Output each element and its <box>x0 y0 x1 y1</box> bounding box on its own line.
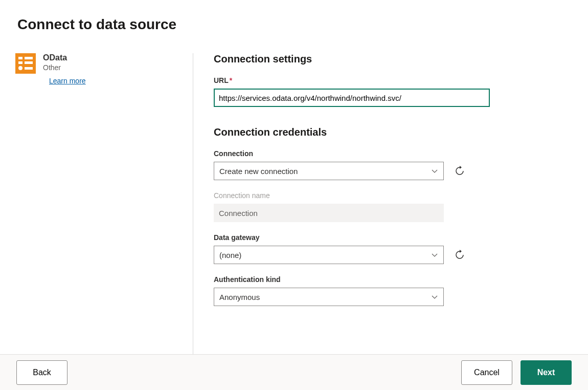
chevron-down-icon <box>431 167 438 175</box>
refresh-gateway-button[interactable] <box>454 249 465 261</box>
connector-info: OData Other Learn more <box>43 53 86 85</box>
auth-select-value: Anonymous <box>219 293 260 301</box>
odata-icon <box>15 53 36 74</box>
connector-category: Other <box>43 63 86 72</box>
connector-name: OData <box>43 53 86 62</box>
auth-select[interactable]: Anonymous <box>214 288 444 306</box>
url-label-text: URL <box>214 76 229 84</box>
connection-name-input: Connection <box>214 204 444 222</box>
learn-more-link[interactable]: Learn more <box>49 77 86 85</box>
refresh-icon <box>455 166 465 176</box>
gateway-label: Data gateway <box>214 233 568 242</box>
form-panel: Connection settings URL* Connection cred… <box>193 53 588 354</box>
url-input[interactable] <box>214 89 490 107</box>
connection-label: Connection <box>214 149 568 158</box>
auth-label: Authentication kind <box>214 275 568 284</box>
connection-credentials-heading: Connection credentials <box>214 126 568 138</box>
refresh-icon <box>455 250 465 260</box>
page-title: Connect to data source <box>0 0 588 33</box>
connection-name-label: Connection name <box>214 191 568 200</box>
chevron-down-icon <box>431 293 438 300</box>
back-button[interactable]: Back <box>16 360 67 385</box>
connection-select[interactable]: Create new connection <box>214 162 444 180</box>
footer: Back Cancel Next <box>0 354 588 390</box>
next-button[interactable]: Next <box>521 360 572 385</box>
url-label: URL* <box>214 76 568 84</box>
connection-select-value: Create new connection <box>219 167 298 176</box>
required-asterisk: * <box>230 76 232 84</box>
gateway-select-value: (none) <box>219 251 241 259</box>
connector-panel: OData Other Learn more <box>0 53 193 354</box>
connection-settings-heading: Connection settings <box>214 53 568 65</box>
refresh-connection-button[interactable] <box>454 165 465 177</box>
cancel-button[interactable]: Cancel <box>461 360 512 385</box>
main-content: OData Other Learn more Connection settin… <box>0 53 588 354</box>
chevron-down-icon <box>431 251 438 258</box>
gateway-select[interactable]: (none) <box>214 246 444 264</box>
